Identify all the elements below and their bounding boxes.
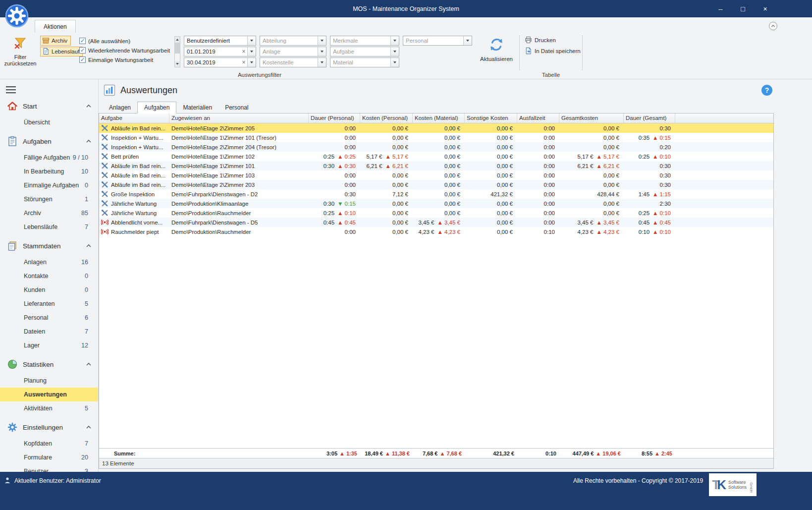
column-header-kosten-personal[interactable]: Kosten (Personal) <box>360 113 413 123</box>
chevron-down-icon[interactable] <box>390 58 399 67</box>
column-header-gesamtkosten[interactable]: Gesamtkosten <box>559 113 624 123</box>
chevron-down-icon[interactable] <box>463 36 472 45</box>
sidebar-section-label: Statistiken <box>23 361 85 368</box>
sidebar-item-lager[interactable]: Lager12 <box>0 339 98 352</box>
archiv-button[interactable]: Archiv <box>40 36 71 46</box>
table-row-j-hrliche-wartung[interactable]: Jährliche WartungDemo\Produktion\Klimaan… <box>99 199 773 208</box>
maximize-button[interactable]: □ <box>732 0 754 17</box>
sidebar-item-auswertungen[interactable]: Auswertungen <box>0 388 98 401</box>
column-header-sonstige-kosten[interactable]: Sonstige Kosten <box>465 113 517 123</box>
chevron-down-icon[interactable] <box>318 36 326 45</box>
anlage-select[interactable]: Anlage <box>260 47 326 57</box>
material-select[interactable]: Material <box>330 57 399 67</box>
sidebar-item-f-llige-aufgaben[interactable]: Fällige Aufgaben9 / 10 <box>0 151 98 165</box>
ribbon-collapse-button[interactable] <box>769 22 777 30</box>
column-header-kosten-material[interactable]: Kosten (Material) <box>413 113 465 123</box>
sidebar-section-stammdaten[interactable]: Stammdaten <box>0 236 98 255</box>
sidebar-section-einstellungen[interactable]: Einstellungen <box>0 418 98 437</box>
increase-indicator: ▲ 5,17 € <box>385 154 408 160</box>
sidebar-section-start[interactable]: Start <box>0 97 98 115</box>
sidebar-item-count: 10 <box>81 168 88 175</box>
date-from-field[interactable]: 01.01.2019 × <box>184 47 256 57</box>
sidebar-item-aktivit-ten[interactable]: Aktivitäten5 <box>0 401 98 415</box>
column-header-dauer-gesamt[interactable]: Dauer (Gesamt) <box>624 113 675 123</box>
table-row-rauchmelder-piept[interactable]: Rauchmelder pieptDemo\Produktion\Rauchme… <box>99 227 773 236</box>
table-row-abl-ufe-im-bad-rein[interactable]: Abläufe im Bad rein...Demo\Hotel\Etage 1… <box>99 161 773 170</box>
table-row-gro-e-inspektion[interactable]: Große InspektionDemo\Fuhrpark\Dienstwage… <box>99 189 773 199</box>
sidebar-item-benutzer[interactable]: Benutzer3 <box>0 464 98 472</box>
table-row-bett-pr-fen[interactable]: Bett prüfenDemo\Hotel\Etage 1\Zimmer 102… <box>99 152 773 161</box>
tab-anlagen[interactable]: Anlagen <box>103 102 137 113</box>
date-to-field[interactable]: 30.04.2019 × <box>184 57 256 67</box>
checkbox-wiederkehrende-wartungsarbeit[interactable]: Wiederkehrende Wartungsarbeit <box>79 47 174 54</box>
help-button[interactable]: ? <box>761 85 772 96</box>
chevron-down-icon[interactable] <box>247 36 256 45</box>
drucken-button[interactable]: Drucken <box>523 35 582 45</box>
sidebar-item-bersicht[interactable]: Übersicht <box>0 115 98 129</box>
scroll-down-icon[interactable] <box>175 61 180 67</box>
checkbox-alle-auswaehlen[interactable]: (Alle auswählen) <box>79 38 174 44</box>
tab-personal[interactable]: Personal <box>218 102 255 113</box>
chevron-down-icon[interactable] <box>390 47 399 56</box>
content: Auswertungen ? AnlagenAufgabenMaterialie… <box>99 79 812 472</box>
checkbox-list-scrollbar[interactable] <box>174 36 180 67</box>
in-datei-speichern-button[interactable]: In Datei speichern <box>523 46 582 56</box>
grid-cell: 421,32 € <box>465 189 517 199</box>
clear-icon[interactable]: × <box>240 59 247 66</box>
app-logo-gear-icon[interactable] <box>5 4 29 28</box>
sidebar-item-formulare[interactable]: Formulare20 <box>0 451 98 464</box>
column-header-dauer-personal[interactable]: Dauer (Personal) <box>309 113 360 123</box>
table-row-abl-ufe-im-bad-rein[interactable]: Abläufe im Bad rein...Demo\Hotel\Etage 2… <box>99 180 773 189</box>
kostenstelle-select[interactable]: Kostenstelle <box>260 57 326 67</box>
column-header-zugewiesen-an[interactable]: Zugewiesen an <box>169 113 309 123</box>
sidebar-item-archiv[interactable]: Archiv85 <box>0 206 98 220</box>
ribbon-tab-aktionen[interactable]: Aktionen <box>35 20 76 33</box>
checkbox-einmalige-wartungsarbeit[interactable]: Einmalige Wartungsarbeit <box>79 57 174 63</box>
minimize-button[interactable]: – <box>709 0 732 17</box>
period-select[interactable]: Benutzerdefiniert <box>184 36 256 46</box>
abteilung-select[interactable]: Abteilung <box>260 36 326 46</box>
sidebar-item-kopfdaten[interactable]: Kopfdaten7 <box>0 437 98 451</box>
sidebar-item-personal[interactable]: Personal6 <box>0 311 98 325</box>
lebenslauf-button[interactable]: Lebenslauf <box>40 47 83 57</box>
table-row-abl-ufe-im-bad-rein[interactable]: Abläufe im Bad rein...Demo\Hotel\Etage 2… <box>99 123 773 133</box>
chevron-down-icon[interactable] <box>318 47 326 56</box>
sidebar-section-statistiken[interactable]: Statistiken <box>0 355 98 374</box>
sidebar-item-kontakte[interactable]: Kontakte0 <box>0 269 98 283</box>
table-row-inspektion-wartu[interactable]: Inspektion + Wartu...Demo\Hotel\Etage 2\… <box>99 142 773 152</box>
sidebar-section-aufgaben[interactable]: Aufgaben <box>0 132 98 151</box>
personal-select[interactable]: Personal <box>403 36 472 46</box>
grid-cell: 0,00 € <box>360 170 413 180</box>
sidebar-item-kunden[interactable]: Kunden0 <box>0 283 98 297</box>
chevron-down-icon[interactable] <box>247 47 256 56</box>
chevron-down-icon[interactable] <box>318 58 326 67</box>
clear-icon[interactable]: × <box>240 48 247 55</box>
sidebar-item-lieferanten[interactable]: Lieferanten5 <box>0 297 98 311</box>
sidebar-item-anlagen[interactable]: Anlagen16 <box>0 255 98 269</box>
chevron-down-icon[interactable] <box>247 58 256 67</box>
table-row-abblendlicht-vorne[interactable]: Abblendlicht vorne...Demo\Fuhrpark\Diens… <box>99 218 773 227</box>
table-row-inspektion-wartu[interactable]: Inspektion + Wartu...Demo\Hotel\Etage 1\… <box>99 133 773 142</box>
merkmale-select[interactable]: Merkmale <box>330 36 399 46</box>
sidebar-item-planung[interactable]: Planung <box>0 374 98 388</box>
table-row-j-hrliche-wartung[interactable]: Jährliche WartungDemo\Produktion\Rauchme… <box>99 208 773 218</box>
aufgabe-select[interactable]: Aufgabe <box>330 47 399 57</box>
tab-materialien[interactable]: Materialien <box>176 102 218 113</box>
sidebar-item-dateien[interactable]: Dateien7 <box>0 325 98 339</box>
sidebar-item-st-rungen[interactable]: Störungen1 <box>0 192 98 206</box>
close-button[interactable]: × <box>754 0 776 17</box>
menu-toggle-button[interactable] <box>6 86 16 94</box>
chevron-down-icon[interactable] <box>390 36 399 45</box>
sidebar-item-in-bearbeitung[interactable]: In Bearbeitung10 <box>0 165 98 178</box>
table-row-abl-ufe-im-bad-rein[interactable]: Abläufe im Bad rein...Demo\Hotel\Etage 1… <box>99 170 773 180</box>
sidebar-item-lebensl-ufe[interactable]: Lebensläufe7 <box>0 220 98 234</box>
aktualisieren-button[interactable]: Aktualisieren <box>476 35 517 67</box>
sidebar-item-einmalige-aufgaben[interactable]: Einmalige Aufgaben0 <box>0 178 98 192</box>
scroll-up-icon[interactable] <box>175 37 180 43</box>
scroll-track[interactable] <box>175 43 180 61</box>
tab-aufgaben[interactable]: Aufgaben <box>137 102 176 113</box>
column-header-aufgabe[interactable]: Aufgabe <box>99 113 169 123</box>
scroll-thumb[interactable] <box>175 43 180 54</box>
filter-reset-button[interactable]: Filterzurücksetzen <box>4 35 37 67</box>
column-header-ausfallzeit[interactable]: Ausfallzeit <box>517 113 559 123</box>
